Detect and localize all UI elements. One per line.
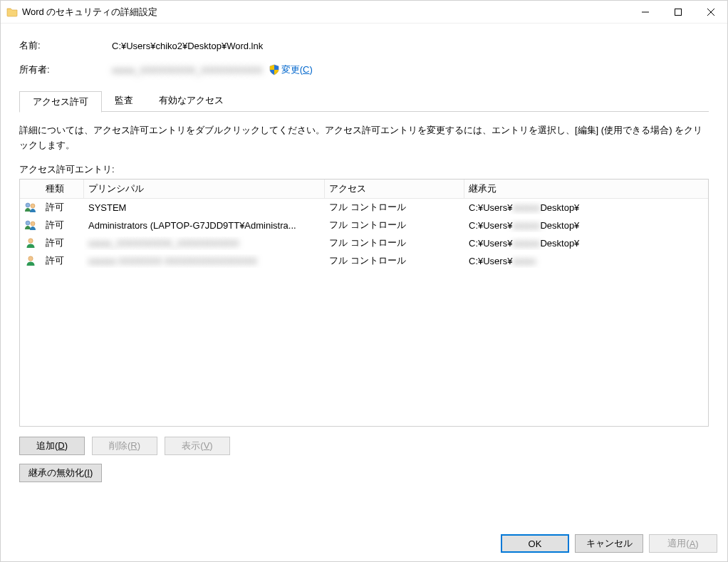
cell-principal: SYSTEM — [84, 201, 325, 214]
svg-rect-1 — [675, 9, 682, 15]
name-value: C:¥Users¥chiko2¥Desktop¥Word.lnk — [112, 41, 263, 51]
tab-permissions[interactable]: アクセス許可 — [19, 91, 102, 113]
cell-type: 許可 — [41, 253, 84, 269]
folder-icon — [6, 6, 18, 18]
maximize-button[interactable] — [662, 1, 695, 24]
col-principal[interactable]: プリンシパル — [84, 179, 325, 198]
table-row[interactable]: 許可SYSTEMフル コントロールC:¥Users¥xxxxxxDesktop¥ — [20, 199, 708, 217]
cell-principal: xxxxxx XXXXXXX XXXXXXXXXXXXXXX — [84, 254, 325, 268]
cell-principal: Administrators (LAPTOP-G7JDD9TT¥Administ… — [84, 219, 325, 232]
cell-type: 許可 — [41, 235, 84, 251]
minimize-button[interactable] — [629, 1, 662, 24]
cell-access: フル コントロール — [325, 199, 464, 215]
cell-access: フル コントロール — [325, 217, 464, 233]
close-button[interactable] — [695, 1, 727, 24]
owner-value: xxxxx_XXXXXXXXX_XXXXXXXXXX — [112, 65, 263, 76]
cell-inherited: C:¥Users¥xxxxxxDesktop¥ — [464, 201, 708, 214]
table-header: 種類 プリンシパル アクセス 継承元 — [20, 179, 708, 199]
tab-auditing[interactable]: 監査 — [102, 90, 146, 112]
cell-inherited: C:¥Users¥xxxxx — [464, 254, 708, 268]
svg-point-9 — [28, 256, 33, 261]
col-inherited[interactable]: 継承元 — [464, 179, 708, 198]
svg-point-4 — [26, 203, 30, 207]
cell-inherited: C:¥Users¥xxxxxxDesktop¥ — [464, 236, 708, 250]
cell-type: 許可 — [41, 217, 84, 233]
ok-button[interactable]: OK — [501, 534, 569, 553]
group-icon — [20, 218, 41, 232]
svg-point-6 — [26, 221, 30, 225]
svg-point-8 — [28, 239, 33, 243]
col-access[interactable]: アクセス — [325, 179, 464, 198]
view-button: 表示(V) — [165, 437, 230, 455]
name-label: 名前: — [19, 39, 112, 52]
cancel-button[interactable]: キャンセル — [575, 534, 643, 553]
table-row[interactable]: 許可xxxxxx XXXXXXX XXXXXXXXXXXXXXXフル コントロー… — [20, 252, 708, 270]
tab-effective-access[interactable]: 有効なアクセス — [146, 90, 236, 112]
dialog-buttons: OK キャンセル 適用(A) — [1, 529, 727, 561]
add-button[interactable]: 追加(D) — [19, 437, 85, 455]
owner-label: 所有者: — [19, 63, 112, 76]
user-icon — [20, 254, 41, 268]
cell-type: 許可 — [41, 199, 84, 215]
cell-principal: xxxxx_XXXXXXXXX_XXXXXXXXXX — [84, 236, 325, 250]
table-row[interactable]: 許可Administrators (LAPTOP-G7JDD9TT¥Admini… — [20, 217, 708, 234]
col-icon[interactable] — [20, 179, 41, 198]
table-row[interactable]: 許可xxxxx_XXXXXXXXX_XXXXXXXXXXフル コントロールC:¥… — [20, 234, 708, 252]
dialog-content: 名前: C:¥Users¥chiko2¥Desktop¥Word.lnk 所有者… — [1, 24, 727, 529]
cell-access: フル コントロール — [325, 235, 464, 251]
cell-inherited: C:¥Users¥xxxxxxDesktop¥ — [464, 219, 708, 232]
svg-point-7 — [31, 222, 35, 226]
table-body: 許可SYSTEMフル コントロールC:¥Users¥xxxxxxDesktop¥… — [20, 199, 708, 426]
tabs: アクセス許可 監査 有効なアクセス — [19, 90, 709, 112]
svg-point-5 — [31, 204, 35, 208]
remove-button: 削除(R) — [92, 437, 157, 455]
window-title: Word のセキュリティの詳細設定 — [22, 6, 157, 19]
user-icon — [20, 236, 41, 250]
entries-label: アクセス許可エントリ: — [19, 163, 709, 176]
apply-button: 適用(A) — [649, 534, 717, 553]
change-owner-link[interactable]: 変更(C) — [281, 63, 313, 76]
disable-inheritance-button[interactable]: 継承の無効化(I) — [19, 464, 102, 482]
col-type[interactable]: 種類 — [41, 179, 84, 198]
group-icon — [20, 200, 41, 214]
titlebar: Word のセキュリティの詳細設定 — [1, 1, 727, 24]
tab-description: 詳細については、アクセス許可エントリをダブルクリックしてください。アクセス許可エ… — [19, 123, 709, 153]
permissions-table: 種類 プリンシパル アクセス 継承元 許可SYSTEMフル コントロールC:¥U… — [19, 179, 709, 427]
shield-icon — [269, 64, 280, 76]
cell-access: フル コントロール — [325, 253, 464, 269]
